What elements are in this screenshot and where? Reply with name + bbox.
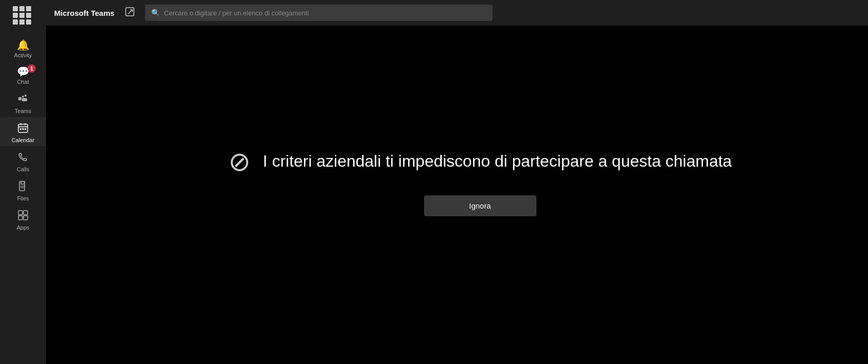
search-bar[interactable]: 🔍 Cercare o digitare / per un elenco di … — [145, 5, 492, 21]
svg-rect-15 — [18, 211, 22, 215]
error-text: I criteri aziendali ti impediscono di pa… — [263, 152, 732, 171]
svg-rect-2 — [22, 98, 27, 101]
calls-icon — [17, 151, 29, 164]
svg-rect-3 — [25, 95, 27, 97]
ignore-button[interactable]: Ignora — [424, 195, 536, 216]
svg-rect-12 — [21, 181, 25, 184]
sidebar-item-calls-label: Calls — [17, 166, 29, 172]
sidebar-item-apps[interactable]: Apps — [0, 204, 46, 234]
app-title: Microsoft Teams — [54, 9, 114, 17]
header: Microsoft Teams 🔍 Cercare o digitare / p… — [46, 0, 868, 26]
apps-icon — [17, 210, 29, 222]
block-icon: ⊘ — [228, 148, 251, 175]
compose-icon[interactable] — [125, 7, 135, 19]
svg-rect-10 — [25, 128, 26, 130]
svg-line-20 — [128, 10, 132, 14]
chat-badge: 1 — [28, 64, 36, 73]
svg-rect-9 — [22, 128, 24, 130]
sidebar-item-teams-label: Teams — [15, 108, 31, 114]
svg-rect-1 — [22, 96, 24, 98]
sidebar-item-calendar[interactable]: Calendar — [0, 117, 46, 146]
sidebar-item-chat[interactable]: 1 💬 Chat — [0, 61, 46, 88]
sidebar-item-activity-label: Activity — [14, 52, 32, 58]
calendar-icon — [17, 122, 29, 135]
sidebar-item-chat-label: Chat — [17, 79, 29, 85]
sidebar-item-activity[interactable]: 🔔 Activity — [0, 35, 46, 61]
sidebar-item-calls[interactable]: Calls — [0, 146, 46, 175]
files-icon — [17, 180, 29, 193]
search-placeholder-text: Cercare o digitare / per un elenco di co… — [164, 9, 309, 17]
apps-grid-icon[interactable] — [13, 6, 33, 27]
svg-rect-0 — [18, 97, 21, 100]
svg-rect-8 — [20, 128, 21, 130]
sidebar-item-files[interactable]: Files — [0, 175, 46, 204]
activity-icon: 🔔 — [17, 40, 30, 50]
svg-rect-16 — [24, 211, 28, 215]
main-content: ⊘ I criteri aziendali ti impediscono di … — [92, 0, 868, 364]
sidebar: 🔔 Activity 1 💬 Chat Teams — [0, 0, 46, 364]
sidebar-item-teams[interactable]: Teams — [0, 88, 46, 117]
sidebar-item-calendar-label: Calendar — [12, 137, 35, 143]
error-container: ⊘ I criteri aziendali ti impediscono di … — [228, 148, 732, 216]
svg-rect-17 — [18, 216, 22, 220]
sidebar-item-apps-label: Apps — [16, 224, 29, 231]
search-icon: 🔍 — [151, 9, 160, 17]
sidebar-item-files-label: Files — [17, 195, 29, 201]
svg-rect-18 — [24, 216, 28, 220]
error-message-row: ⊘ I criteri aziendali ti impediscono di … — [228, 148, 732, 175]
teams-icon — [17, 93, 29, 106]
